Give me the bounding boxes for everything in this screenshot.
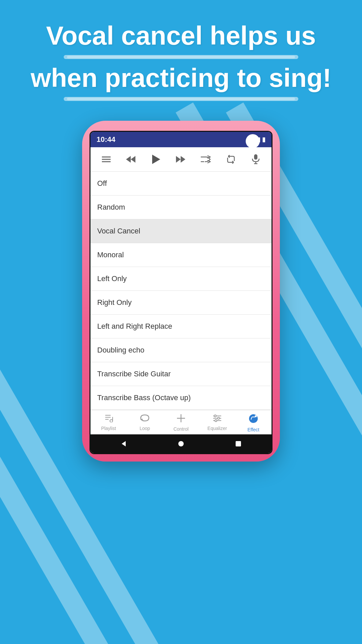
phone-outer: 10:44 ▾ ▮▮ ▮ bbox=[82, 121, 280, 462]
control-icon bbox=[176, 414, 186, 425]
shuffle-icon[interactable] bbox=[198, 152, 213, 167]
nav-effect[interactable]: Effect bbox=[235, 414, 272, 432]
svg-point-27 bbox=[178, 441, 184, 446]
nav-equalizer-label: Equalizer bbox=[207, 426, 227, 431]
svg-point-23 bbox=[215, 420, 217, 422]
nav-control[interactable]: Control bbox=[163, 414, 199, 432]
underline-stroke-2 bbox=[64, 97, 298, 101]
bottom-nav: Playlist Loop bbox=[90, 410, 272, 434]
effect-icon bbox=[248, 414, 258, 426]
status-bar: 10:44 ▾ ▮▮ ▮ bbox=[90, 132, 272, 147]
menu-item-transcribe-side-guitar[interactable]: Transcribe Side Guitar bbox=[90, 362, 272, 386]
menu-item-left-right-replace[interactable]: Left and Right Replace bbox=[90, 315, 272, 338]
menu-list: Off Random Vocal Cancel Monoral Left Onl… bbox=[90, 172, 272, 410]
underline-stroke-1 bbox=[64, 55, 298, 59]
header-area: Vocal cancel helps us when practicing to… bbox=[0, 0, 362, 118]
back-button[interactable] bbox=[119, 439, 128, 448]
svg-point-19 bbox=[214, 415, 216, 417]
header-title-line2: when practicing to sing! bbox=[13, 62, 349, 94]
mic-icon[interactable] bbox=[248, 152, 263, 167]
rewind-icon[interactable] bbox=[124, 152, 138, 167]
svg-marker-7 bbox=[181, 156, 185, 163]
menu-item-vocal-cancel[interactable]: Vocal Cancel bbox=[90, 219, 272, 243]
repeat-icon[interactable] bbox=[224, 152, 238, 167]
nav-loop[interactable]: Loop bbox=[127, 414, 163, 432]
menu-item-doubling-echo[interactable]: Doubling echo bbox=[90, 338, 272, 362]
menu-item-off[interactable]: Off bbox=[90, 172, 272, 196]
status-time: 10:44 bbox=[97, 135, 115, 144]
home-button[interactable] bbox=[176, 439, 186, 448]
svg-marker-6 bbox=[176, 156, 181, 163]
menu-icon[interactable] bbox=[99, 152, 114, 167]
nav-effect-label: Effect bbox=[247, 427, 259, 432]
recent-button[interactable] bbox=[234, 439, 243, 448]
svg-point-14 bbox=[110, 420, 113, 422]
svg-marker-3 bbox=[131, 156, 135, 163]
phone-container: 10:44 ▾ ▮▮ ▮ bbox=[82, 121, 280, 462]
menu-item-left-only[interactable]: Left Only bbox=[90, 267, 272, 291]
toolbar bbox=[90, 147, 272, 172]
menu-item-transcribe-bass[interactable]: Transcribe Bass (Octave up) bbox=[90, 386, 272, 410]
fast-forward-icon[interactable] bbox=[174, 152, 188, 167]
play-icon[interactable] bbox=[149, 152, 164, 167]
svg-marker-26 bbox=[122, 441, 126, 446]
loop-icon bbox=[140, 414, 149, 424]
nav-control-label: Control bbox=[173, 426, 188, 432]
svg-point-21 bbox=[218, 417, 220, 419]
header-title-line1: Vocal cancel helps us bbox=[13, 20, 349, 52]
menu-item-random[interactable]: Random bbox=[90, 196, 272, 219]
phone-screen: 10:44 ▾ ▮▮ ▮ bbox=[89, 131, 273, 454]
svg-rect-28 bbox=[236, 441, 241, 446]
nav-playlist-label: Playlist bbox=[101, 426, 116, 431]
svg-rect-8 bbox=[254, 154, 257, 160]
battery-icon: ▮ bbox=[262, 136, 265, 143]
nav-equalizer[interactable]: Equalizer bbox=[199, 414, 235, 432]
menu-item-right-only[interactable]: Right Only bbox=[90, 291, 272, 315]
phone-camera bbox=[246, 134, 260, 148]
playlist-icon bbox=[104, 414, 113, 424]
nav-playlist[interactable]: Playlist bbox=[90, 414, 127, 432]
menu-item-monoral[interactable]: Monoral bbox=[90, 243, 272, 267]
equalizer-icon bbox=[213, 414, 222, 424]
svg-point-25 bbox=[255, 415, 257, 417]
svg-marker-5 bbox=[152, 155, 160, 164]
svg-marker-4 bbox=[126, 156, 131, 163]
system-nav bbox=[90, 434, 272, 453]
nav-loop-label: Loop bbox=[139, 426, 150, 431]
